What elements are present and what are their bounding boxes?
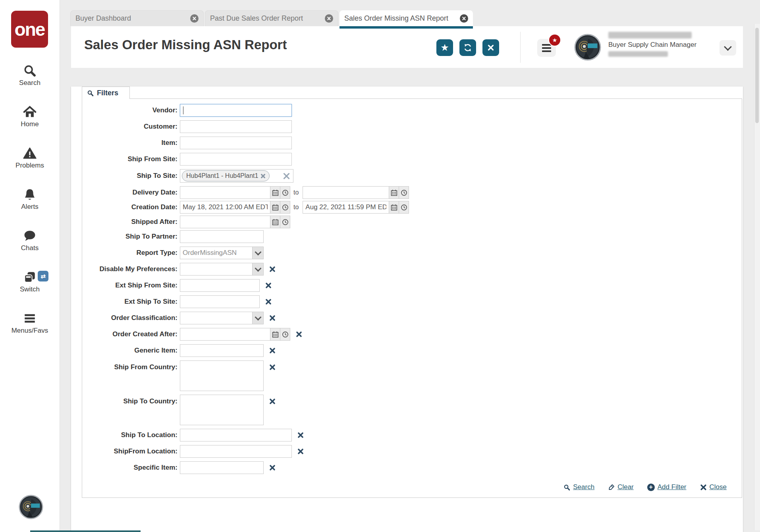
clock-button[interactable] <box>280 201 290 214</box>
scrollbar-track[interactable] <box>754 24 760 530</box>
remove-filter-button[interactable] <box>297 432 304 438</box>
tab-buyer-dashboard[interactable]: Buyer Dashboard <box>70 10 204 26</box>
x-icon <box>269 364 276 370</box>
sidebar-item-alerts[interactable]: Alerts <box>21 187 38 211</box>
report-type-select[interactable]: OrderMissingASN <box>180 247 264 259</box>
filters-tab-label: Filters <box>97 89 118 97</box>
filter-row-ship-to-country: Ship To Country: <box>82 395 732 425</box>
remove-filter-button[interactable] <box>269 315 276 321</box>
calendar-button[interactable] <box>389 201 399 214</box>
favorites-menu-button[interactable]: ★ <box>537 39 556 57</box>
shipped-after-input[interactable] <box>180 216 270 228</box>
clock-button[interactable] <box>399 186 409 199</box>
scrollbar-thumb[interactable] <box>755 28 759 123</box>
vendor-input[interactable] <box>180 104 292 117</box>
remove-filter-button[interactable] <box>269 266 276 272</box>
tab-past-due-sales-order-report[interactable]: Past Due Sales Order Report <box>205 10 338 26</box>
remove-filter-button[interactable] <box>269 398 276 405</box>
order-classification-select[interactable] <box>180 312 264 324</box>
ship-to-site-input[interactable]: Hub4Plant1 - Hub4Plant1 <box>180 169 293 183</box>
ship-to-partner-input[interactable] <box>180 230 264 243</box>
ship-to-country-label: Ship To Country: <box>82 395 179 405</box>
remove-filter-button[interactable] <box>265 282 272 289</box>
filter-row-order-classification: Order Classification: <box>82 312 732 324</box>
tag-text: Hub4Plant1 - Hub4Plant1 <box>186 172 258 179</box>
warning-triangle-icon <box>23 146 37 160</box>
panel-border-line <box>130 87 742 99</box>
generic-item-input[interactable] <box>180 344 264 357</box>
user-avatar-small[interactable] <box>19 495 43 519</box>
close-report-button[interactable] <box>482 39 499 56</box>
sidebar-item-chats[interactable]: Chats <box>21 229 39 252</box>
favorite-button[interactable]: ★ <box>436 39 453 56</box>
clock-button[interactable] <box>399 201 409 214</box>
calendar-button[interactable] <box>270 216 280 228</box>
filter-row-ship-from-country: Ship From Country: <box>82 360 732 391</box>
creation-date-label: Creation Date: <box>82 203 179 211</box>
sidebar-item-switch[interactable]: ⇄ Switch <box>20 270 40 293</box>
ext-ship-to-site-label: Ext Ship To Site: <box>82 298 179 306</box>
clock-button[interactable] <box>280 328 290 341</box>
sidebar-item-menus-favs[interactable]: Menus/Favs <box>12 311 48 335</box>
calendar-icon <box>272 204 279 211</box>
add-filter-action[interactable]: + Add Filter <box>647 483 687 491</box>
order-classification-label: Order Classification: <box>82 314 179 322</box>
order-created-after-input[interactable] <box>180 328 270 341</box>
tab-sales-order-missing-asn-report[interactable]: Sales Order Missing ASN Report <box>339 10 473 29</box>
creation-date-from-input[interactable] <box>180 201 270 214</box>
ship-to-location-input[interactable] <box>180 429 292 441</box>
calendar-button[interactable] <box>389 186 399 199</box>
remove-tag-button[interactable] <box>261 174 265 178</box>
delivery-date-to-input[interactable] <box>303 186 389 199</box>
specific-item-input[interactable] <box>180 461 264 474</box>
filter-row-vendor: Vendor: <box>82 104 732 117</box>
tab-close-button[interactable] <box>325 14 333 23</box>
ship-to-country-input[interactable] <box>180 395 264 425</box>
close-action[interactable]: Close <box>700 483 727 491</box>
one-network-logo[interactable]: one <box>11 11 48 48</box>
delivery-date-from-input[interactable] <box>180 186 270 199</box>
calendar-button[interactable] <box>270 328 280 341</box>
remove-filter-button[interactable] <box>269 364 276 370</box>
sidebar-item-problems[interactable]: Problems <box>15 146 44 170</box>
ext-ship-to-site-input[interactable] <box>180 295 260 308</box>
disable-my-preferences-select[interactable] <box>180 263 264 276</box>
clock-button[interactable] <box>280 186 290 199</box>
filter-actions: Search Clear + Add Filter Close <box>82 478 732 493</box>
customer-input[interactable] <box>180 120 292 133</box>
clear-field-button[interactable] <box>283 173 290 179</box>
chevron-down-icon <box>255 314 261 321</box>
sidebar-item-search[interactable]: Search <box>19 64 41 87</box>
user-avatar[interactable] <box>574 34 601 61</box>
switch-windows-icon <box>23 270 37 284</box>
creation-date-to-input[interactable] <box>303 201 389 214</box>
calendar-button[interactable] <box>270 186 280 199</box>
refresh-button[interactable] <box>459 39 476 56</box>
item-input[interactable] <box>180 137 292 149</box>
user-menu-button[interactable] <box>719 40 736 56</box>
tab-close-button[interactable] <box>190 14 199 23</box>
clock-button[interactable] <box>280 216 290 228</box>
remove-filter-button[interactable] <box>269 465 276 471</box>
filter-row-order-created-after: Order Created After: <box>82 328 732 341</box>
tab-close-button[interactable] <box>460 14 468 23</box>
shipfrom-location-input[interactable] <box>180 445 292 458</box>
sidebar-item-label: Home <box>21 120 39 128</box>
calendar-icon <box>272 219 279 226</box>
clock-icon <box>401 189 407 196</box>
calendar-button[interactable] <box>270 201 280 214</box>
remove-filter-button[interactable] <box>269 347 276 354</box>
remove-filter-button[interactable] <box>296 331 302 337</box>
ship-from-site-input[interactable] <box>180 153 292 166</box>
remove-filter-button[interactable] <box>265 299 272 305</box>
ship-to-site-label: Ship To Site: <box>82 172 179 180</box>
ext-ship-from-site-input[interactable] <box>180 279 260 292</box>
filters-tab[interactable]: Filters <box>82 87 130 99</box>
remove-filter-button[interactable] <box>297 448 304 455</box>
search-action[interactable]: Search <box>563 483 594 491</box>
sidebar-item-home[interactable]: Home <box>21 105 39 128</box>
ship-from-country-input[interactable] <box>180 360 264 391</box>
app-window: one Search Home Problems <box>0 0 760 532</box>
clock-icon <box>282 204 289 211</box>
clear-action[interactable]: Clear <box>608 483 634 491</box>
